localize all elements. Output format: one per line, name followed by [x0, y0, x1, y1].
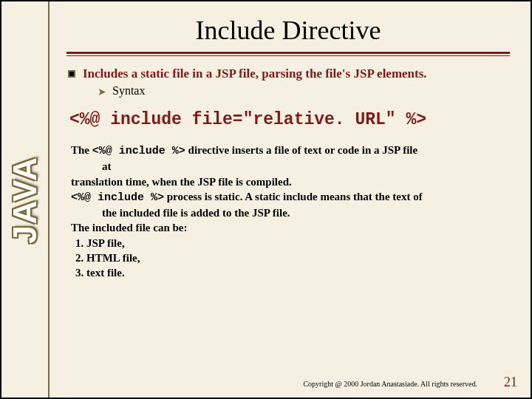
syntax-label: Syntax [112, 84, 145, 98]
p1-b: directive inserts a file of text or code… [185, 144, 417, 156]
p1-code: <%@ include %> [92, 145, 185, 157]
p3-rest: process is static. A static include mean… [164, 191, 423, 202]
p1-a: The [71, 144, 92, 156]
slide-content: Include Directive Includes a static file… [53, 1, 531, 398]
diamond-icon [68, 70, 75, 78]
java-logo-text: JAVA [7, 156, 44, 244]
p1-indent: at [71, 159, 510, 174]
title-divider [66, 52, 510, 56]
p4: The included file can be: [71, 220, 510, 235]
code-example: <%@ include file="relative. URL" %> [69, 110, 510, 129]
intro-bullet: Includes a static file in a JSP file, pa… [68, 66, 510, 81]
li3: 3. text file. [71, 265, 510, 280]
page-title: Include Directive [66, 15, 510, 46]
syntax-bullet: ➤ Syntax [98, 84, 510, 98]
description-block: The <%@ include %> directive inserts a f… [71, 143, 510, 280]
footer: Copyright @ 2000 Jordan Anastasiade. All… [53, 375, 517, 390]
copyright-text: Copyright @ 2000 Jordan Anastasiade. All… [303, 380, 477, 388]
arrow-icon: ➤ [98, 86, 106, 98]
p3-code: <%@ include %> [71, 191, 164, 204]
sidebar: JAVA [1, 1, 50, 398]
page-number: 21 [504, 375, 517, 390]
p3-indent: the included file is added to the JSP fi… [71, 205, 510, 220]
li1: 1. JSP file, [71, 236, 510, 250]
p2: translation time, when the JSP file is c… [71, 174, 510, 189]
li2: 2. HTML file, [71, 250, 510, 265]
intro-text: Includes a static file in a JSP file, pa… [83, 66, 427, 81]
